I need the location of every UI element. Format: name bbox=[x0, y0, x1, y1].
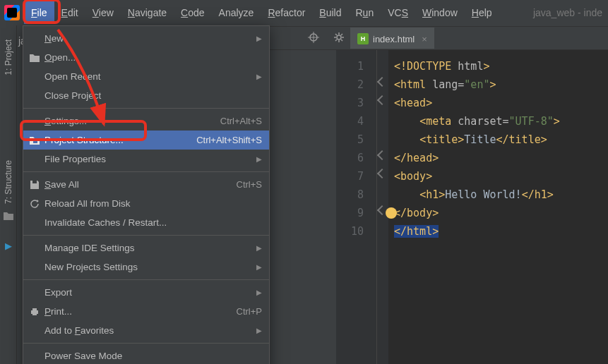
reload-icon bbox=[29, 198, 40, 210]
code-editor[interactable]: 12345678910 <!DOCTYPE html><html lang="e… bbox=[336, 50, 608, 364]
chevron-right-icon: ▶ bbox=[256, 155, 262, 163]
menuitem-add-to-favorites[interactable]: Add to Favorites▶ bbox=[23, 321, 269, 340]
menuitem-project-structure[interactable]: Project Structure...Ctrl+Alt+Shift+S bbox=[23, 131, 269, 150]
chevron-right-icon: ▶ bbox=[256, 73, 262, 80]
chevron-right-icon: ▶ bbox=[256, 327, 262, 334]
project-structure-icon bbox=[29, 135, 40, 146]
svg-rect-4 bbox=[33, 140, 37, 143]
menu-refactor[interactable]: Refactor bbox=[261, 1, 312, 24]
svg-rect-5 bbox=[32, 181, 37, 183]
file-menu-dropdown: New▶Open...Open Recent▶Close ProjectSett… bbox=[23, 25, 270, 364]
menu-edit[interactable]: Edit bbox=[54, 1, 85, 24]
menuitem-label: Export bbox=[44, 287, 72, 298]
menuitem-label: Save All bbox=[44, 179, 79, 190]
crosshair-icon[interactable] bbox=[308, 32, 319, 45]
menuitem-label: Open... bbox=[44, 52, 76, 63]
menuitem-label: New Projects Settings bbox=[44, 262, 138, 272]
menuitem-label: Invalidate Caches / Restart... bbox=[44, 217, 167, 228]
menu-window[interactable]: Window bbox=[415, 1, 465, 24]
menuitem-close-project[interactable]: Close Project bbox=[23, 86, 269, 105]
shortcut-label: Ctrl+Alt+S bbox=[220, 116, 262, 126]
menuitem-label: Print... bbox=[44, 306, 72, 317]
line-number-gutter: 12345678910 bbox=[336, 50, 377, 364]
menuitem-invalidate-caches-restart[interactable]: Invalidate Caches / Restart... bbox=[23, 213, 269, 232]
shortcut-label: Ctrl+P bbox=[237, 306, 262, 317]
menuitem-print[interactable]: Print...Ctrl+P bbox=[23, 302, 269, 321]
menuitem-label: Add to Favorites bbox=[44, 325, 114, 336]
menu-run[interactable]: Run bbox=[348, 1, 381, 24]
menu-navigate[interactable]: Navigate bbox=[121, 1, 174, 24]
menuitem-new-projects-settings[interactable]: New Projects Settings▶ bbox=[23, 257, 269, 277]
html-file-icon: H bbox=[357, 33, 369, 44]
menuitem-reload-all-from-disk[interactable]: Reload All from Disk bbox=[23, 194, 269, 213]
menuitem-open[interactable]: Open... bbox=[23, 48, 269, 67]
structure-tool-button[interactable]: 7: Structure bbox=[4, 160, 13, 204]
menu-help[interactable]: Help bbox=[465, 1, 499, 24]
menuitem-save-all[interactable]: Save AllCtrl+S bbox=[23, 175, 269, 194]
chevron-right-icon: ▶ bbox=[256, 35, 262, 42]
menu-code[interactable]: Code bbox=[174, 1, 211, 24]
menuitem-label: Power Save Mode bbox=[44, 351, 122, 361]
print-icon bbox=[29, 306, 40, 317]
shortcut-label: Ctrl+Alt+Shift+S bbox=[196, 135, 262, 145]
chevron-right-icon[interactable]: ▶ bbox=[5, 241, 12, 251]
window-title: java_web - inde bbox=[533, 7, 604, 18]
menu-vcs[interactable]: VCS bbox=[381, 1, 415, 24]
editor-tabbar: H index.html × bbox=[350, 26, 434, 50]
tab-label: index.html bbox=[373, 34, 415, 44]
code-area[interactable]: <!DOCTYPE html><html lang="en"><head> <m… bbox=[388, 50, 560, 364]
svg-rect-7 bbox=[32, 308, 37, 310]
menuitem-manage-ide-settings[interactable]: Manage IDE Settings▶ bbox=[23, 238, 269, 257]
menu-view[interactable]: View bbox=[85, 1, 121, 24]
tool-window-bar-left: 1: Project 7: Structure ▶ bbox=[0, 25, 17, 364]
shortcut-label: Ctrl+S bbox=[237, 179, 262, 190]
menuitem-file-properties[interactable]: File Properties▶ bbox=[23, 150, 269, 169]
menuitem-label: Close Project bbox=[44, 90, 101, 101]
menuitem-label: Open Recent bbox=[44, 71, 101, 82]
menuitem-settings[interactable]: Settings...Ctrl+Alt+S bbox=[23, 111, 269, 131]
menuitem-open-recent[interactable]: Open Recent▶ bbox=[23, 67, 269, 86]
svg-rect-8 bbox=[32, 313, 37, 315]
menubar: FileEditViewNavigateCodeAnalyzeRefactorB… bbox=[0, 0, 608, 25]
close-icon[interactable]: × bbox=[422, 34, 427, 44]
menuitem-label: File Properties bbox=[44, 154, 106, 164]
open-icon bbox=[29, 52, 40, 63]
menuitem-power-save-mode[interactable]: Power Save Mode bbox=[23, 346, 269, 364]
save-icon bbox=[29, 179, 40, 190]
intention-bulb-icon[interactable] bbox=[386, 207, 397, 219]
svg-point-3 bbox=[337, 35, 341, 40]
menu-build[interactable]: Build bbox=[312, 1, 348, 24]
menuitem-label: Reload All from Disk bbox=[44, 198, 131, 209]
menu-file[interactable]: File bbox=[24, 1, 54, 24]
menuitem-label: Project Structure... bbox=[44, 135, 124, 145]
chevron-right-icon: ▶ bbox=[256, 244, 262, 252]
menuitem-export[interactable]: Export▶ bbox=[23, 283, 269, 302]
fold-gutter bbox=[377, 50, 388, 364]
menu-analyze[interactable]: Analyze bbox=[212, 1, 261, 24]
chevron-right-icon: ▶ bbox=[256, 289, 262, 296]
menuitem-label: New bbox=[44, 33, 64, 44]
menuitem-label: Manage IDE Settings bbox=[44, 243, 135, 253]
menuitem-new[interactable]: New▶ bbox=[23, 29, 269, 48]
project-tool-button[interactable]: 1: Project bbox=[4, 40, 13, 75]
folder-icon bbox=[3, 211, 14, 223]
chevron-right-icon: ▶ bbox=[256, 263, 262, 271]
gear-icon[interactable] bbox=[333, 32, 345, 45]
editor-tab[interactable]: H index.html × bbox=[350, 28, 434, 49]
intellij-logo-icon bbox=[4, 5, 20, 20]
menuitem-label: Settings... bbox=[44, 116, 87, 126]
